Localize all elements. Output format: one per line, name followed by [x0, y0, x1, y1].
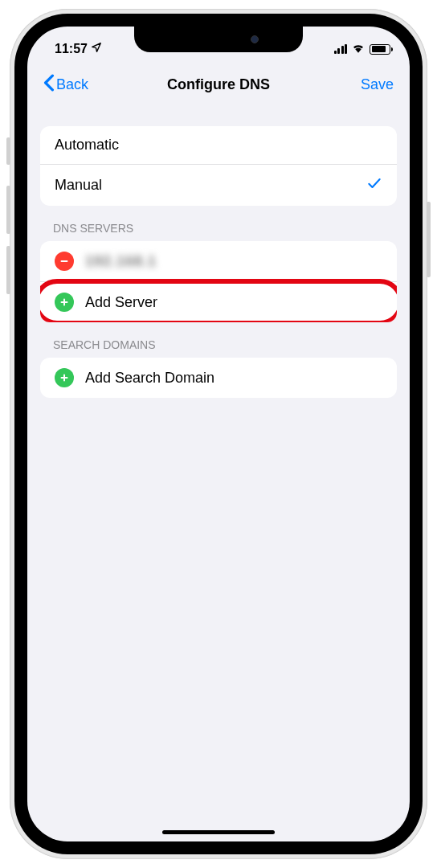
content: Automatic Manual DNS SERVERS	[27, 104, 410, 398]
mode-label: Manual	[55, 177, 102, 194]
dns-server-row[interactable]: 192.168.1	[40, 241, 397, 281]
silence-switch	[6, 137, 10, 165]
add-server-row[interactable]: Add Server	[40, 281, 397, 322]
search-domains-header: SEARCH DOMAINS	[27, 322, 410, 358]
power-button	[427, 202, 431, 277]
mode-manual-row[interactable]: Manual	[40, 164, 397, 206]
add-search-domain-label: Add Search Domain	[85, 370, 214, 387]
add-icon	[55, 293, 74, 312]
remove-icon[interactable]	[55, 252, 74, 271]
device-frame: 11:57 Back	[10, 9, 427, 859]
dns-server-value: 192.168.1	[85, 253, 157, 270]
front-camera	[251, 35, 259, 43]
back-button[interactable]: Back	[43, 74, 88, 96]
cellular-signal-icon	[334, 44, 348, 54]
dns-mode-section: Automatic Manual	[40, 126, 397, 206]
back-label: Back	[56, 76, 88, 93]
volume-down-button	[6, 246, 10, 294]
navigation-bar: Back Configure DNS Save	[27, 65, 410, 104]
mode-automatic-row[interactable]: Automatic	[40, 126, 397, 164]
add-icon	[55, 368, 74, 387]
page-title: Configure DNS	[167, 76, 270, 93]
wifi-icon	[351, 42, 366, 56]
volume-up-button	[6, 186, 10, 234]
add-server-label: Add Server	[85, 294, 157, 311]
dns-servers-section: 192.168.1 Add Server	[40, 241, 397, 322]
dns-servers-header: DNS SERVERS	[27, 206, 410, 241]
search-domains-section: Add Search Domain	[40, 358, 397, 398]
status-time: 11:57	[55, 42, 88, 56]
save-button[interactable]: Save	[361, 76, 394, 93]
device-bezel: 11:57 Back	[14, 14, 423, 854]
chevron-left-icon	[43, 74, 55, 96]
battery-icon	[370, 44, 390, 55]
add-search-domain-row[interactable]: Add Search Domain	[40, 358, 397, 398]
location-arrow-icon	[91, 42, 102, 56]
screen: 11:57 Back	[27, 27, 410, 841]
home-indicator[interactable]	[162, 830, 275, 834]
mode-label: Automatic	[55, 137, 119, 154]
notch	[134, 27, 303, 52]
checkmark-icon	[366, 175, 382, 195]
